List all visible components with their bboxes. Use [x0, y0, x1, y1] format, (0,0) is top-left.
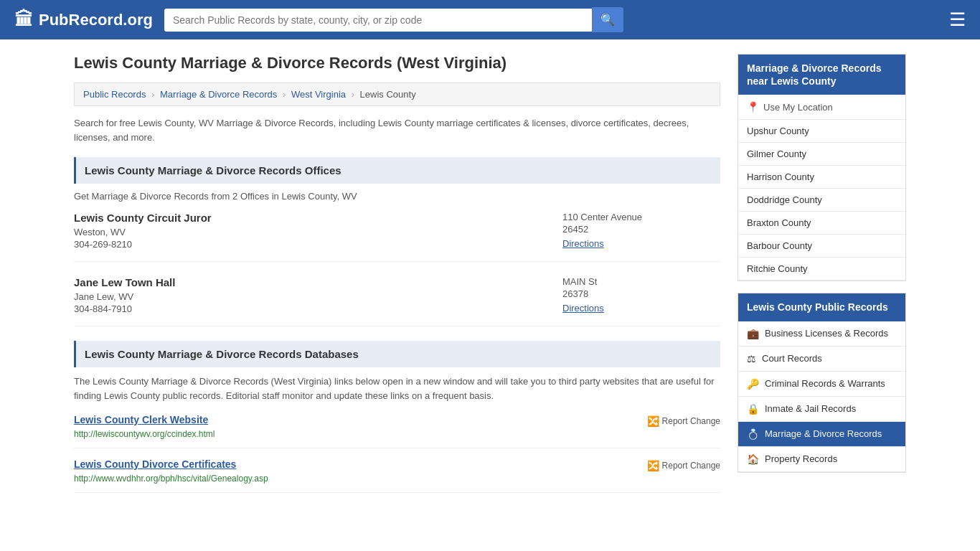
breadcrumb-sep1: ›: [151, 89, 154, 100]
hamburger-menu-button[interactable]: ☰: [949, 9, 966, 31]
db-2-title[interactable]: Lewis County Divorce Certificates: [74, 458, 268, 470]
sidebar-item-criminal[interactable]: 🔑 Criminal Records & Warrants: [738, 372, 905, 397]
db-2-report-label: Report Change: [662, 461, 720, 471]
nearby-county-7[interactable]: Ritchie County: [738, 258, 905, 281]
breadcrumb-lewis-county: Lewis County: [360, 89, 416, 100]
site-header: 🏛 PubRecord.org 🔍 ☰: [0, 0, 980, 39]
sidebar-item-court-label: Court Records: [762, 353, 822, 364]
sidebar-item-business-label: Business Licenses & Records: [765, 328, 888, 339]
nearby-county-6[interactable]: Barbour County: [738, 235, 905, 258]
logo-text: PubRecord.org: [39, 11, 153, 29]
use-my-location[interactable]: 📍 Use My Location: [738, 95, 905, 120]
breadcrumb-west-virginia[interactable]: West Virginia: [291, 89, 346, 100]
office-1-directions-link[interactable]: Directions: [562, 238, 604, 249]
db-2-report-change[interactable]: 🔀 Report Change: [647, 458, 720, 471]
sidebar-item-inmate[interactable]: 🔒 Inmate & Jail Records: [738, 397, 905, 422]
breadcrumb-sep3: ›: [352, 89, 354, 100]
databases-description: The Lewis County Marriage & Divorce Reco…: [74, 375, 720, 402]
office-1-zip: 26452: [562, 224, 720, 235]
hamburger-icon: ☰: [949, 9, 966, 30]
report-icon-1: 🔀: [647, 415, 659, 427]
page-title: Lewis County Marriage & Divorce Records …: [74, 54, 720, 72]
db-entry-2: Lewis County Divorce Certificates http:/…: [74, 458, 720, 493]
db-1-url: http://lewiscountywv.org/ccindex.html: [74, 429, 215, 439]
sidebar-item-property-label: Property Records: [765, 453, 837, 464]
office-2-name: Jane Lew Town Hall: [74, 276, 548, 288]
sidebar-item-marriage-label: Marriage & Divorce Records: [765, 428, 882, 439]
sidebar: Marriage & Divorce Records near Lewis Co…: [738, 54, 906, 503]
search-button[interactable]: 🔍: [592, 7, 623, 32]
key-icon: 🔑: [747, 378, 759, 390]
site-logo[interactable]: 🏛 PubRecord.org: [14, 9, 153, 31]
report-icon-2: 🔀: [647, 460, 659, 471]
db-2-url: http://www.wvdhhr.org/bph/hsc/vital/Gene…: [74, 474, 268, 484]
db-1-report-label: Report Change: [662, 416, 720, 426]
search-bar: 🔍: [164, 7, 623, 32]
office-1-city: Weston, WV: [74, 227, 548, 237]
nearby-section: Marriage & Divorce Records near Lewis Co…: [738, 54, 906, 281]
house-icon: 🏠: [747, 453, 759, 465]
sidebar-item-criminal-label: Criminal Records & Warrants: [765, 378, 885, 389]
office-2-directions-link[interactable]: Directions: [562, 303, 604, 314]
scales-icon: ⚖: [747, 353, 756, 364]
nearby-county-1[interactable]: Upshur County: [738, 120, 905, 143]
office-entry-2: Jane Lew Town Hall Jane Lew, WV 304-884-…: [74, 276, 720, 326]
db-1-report-change[interactable]: 🔀 Report Change: [647, 414, 720, 427]
nearby-section-title: Marriage & Divorce Records near Lewis Co…: [738, 55, 905, 95]
databases-section-header: Lewis County Marriage & Divorce Records …: [74, 341, 720, 367]
office-entry-1: Lewis County Circuit Juror Weston, WV 30…: [74, 212, 720, 262]
office-2-address: MAIN St: [562, 276, 720, 287]
search-icon: 🔍: [600, 14, 615, 26]
logo-icon: 🏛: [14, 9, 33, 31]
public-records-section: Lewis County Public Records 💼 Business L…: [738, 293, 906, 472]
rings-icon: 💍: [747, 428, 759, 440]
sidebar-item-court[interactable]: ⚖ Court Records: [738, 347, 905, 372]
page-description: Search for free Lewis County, WV Marriag…: [74, 116, 720, 144]
office-2-zip: 26378: [562, 288, 720, 299]
sidebar-item-inmate-label: Inmate & Jail Records: [765, 403, 856, 414]
office-1-phone: 304-269-8210: [74, 239, 548, 250]
office-1-name: Lewis County Circuit Juror: [74, 212, 548, 224]
db-entry-1: Lewis County Clerk Website http://lewisc…: [74, 414, 720, 448]
breadcrumb-public-records[interactable]: Public Records: [83, 89, 146, 100]
main-container: Lewis County Marriage & Divorce Records …: [60, 39, 920, 517]
nearby-county-5[interactable]: Braxton County: [738, 212, 905, 235]
db-1-title[interactable]: Lewis County Clerk Website: [74, 414, 215, 425]
office-2-city: Jane Lew, WV: [74, 291, 548, 302]
briefcase-icon: 💼: [747, 328, 759, 339]
use-my-location-label: Use My Location: [763, 102, 833, 113]
sidebar-item-property[interactable]: 🏠 Property Records: [738, 447, 905, 472]
offices-subtitle: Get Marriage & Divorce Records from 2 Of…: [74, 191, 720, 202]
location-pin-icon: 📍: [747, 101, 759, 113]
office-2-phone: 304-884-7910: [74, 303, 548, 314]
public-records-section-title: Lewis County Public Records: [738, 293, 905, 321]
sidebar-item-marriage[interactable]: 💍 Marriage & Divorce Records: [738, 422, 905, 447]
search-input[interactable]: [164, 9, 592, 32]
breadcrumb: Public Records › Marriage & Divorce Reco…: [74, 83, 720, 106]
nearby-county-2[interactable]: Gilmer County: [738, 143, 905, 166]
main-content: Lewis County Marriage & Divorce Records …: [74, 54, 720, 503]
breadcrumb-marriage-divorce[interactable]: Marriage & Divorce Records: [160, 89, 277, 100]
lock-icon: 🔒: [747, 403, 759, 415]
nearby-county-3[interactable]: Harrison County: [738, 166, 905, 189]
breadcrumb-sep2: ›: [283, 89, 286, 100]
office-1-address: 110 Center Avenue: [562, 212, 720, 222]
offices-section-header: Lewis County Marriage & Divorce Records …: [74, 157, 720, 184]
sidebar-item-business[interactable]: 💼 Business Licenses & Records: [738, 321, 905, 347]
nearby-county-4[interactable]: Doddridge County: [738, 189, 905, 212]
